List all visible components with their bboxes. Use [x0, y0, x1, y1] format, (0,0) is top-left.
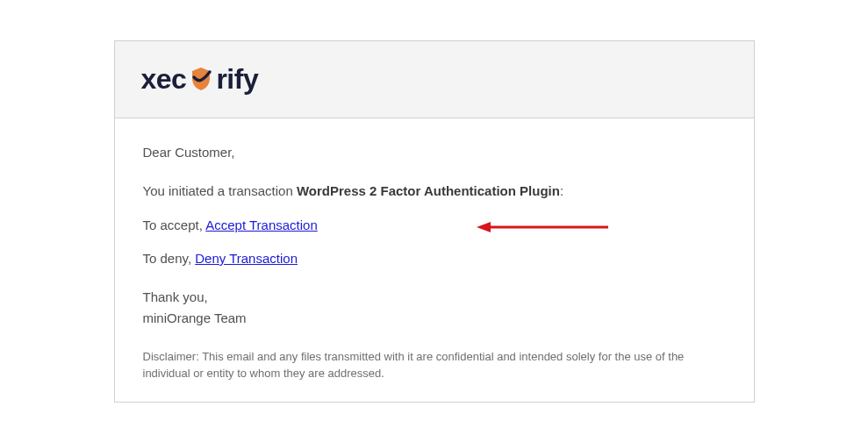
- deny-line: To deny, Deny Transaction: [143, 249, 726, 269]
- logo-text-part2: rify: [216, 63, 258, 96]
- transaction-line: You initiated a transaction WordPress 2 …: [143, 182, 726, 202]
- accept-transaction-link[interactable]: Accept Transaction: [205, 217, 318, 232]
- signoff: Thank you, miniOrange Team: [143, 287, 726, 329]
- deny-prefix: To deny,: [143, 251, 196, 266]
- annotation-arrow-icon: [477, 221, 608, 233]
- logo-text-part1: xec: [141, 63, 187, 96]
- team: miniOrange Team: [143, 308, 726, 329]
- svg-marker-1: [477, 222, 491, 232]
- shield-check-icon: [189, 66, 213, 92]
- email-body: Dear Customer, You initiated a transacti…: [115, 118, 754, 402]
- thanks: Thank you,: [143, 287, 726, 308]
- initiated-suffix: :: [560, 183, 563, 198]
- email-container: xec rify Dear Customer, You initiated a …: [114, 40, 755, 403]
- initiated-prefix: You initiated a transaction: [143, 183, 297, 198]
- accept-prefix: To accept,: [143, 217, 206, 232]
- greeting: Dear Customer,: [143, 143, 726, 163]
- transaction-name: WordPress 2 Factor Authentication Plugin: [297, 183, 560, 198]
- disclaimer: Disclaimer: This email and any files tra…: [143, 345, 726, 382]
- logo: xec rify: [141, 63, 728, 96]
- deny-transaction-link[interactable]: Deny Transaction: [195, 251, 298, 266]
- accept-line: To accept, Accept Transaction: [143, 216, 726, 236]
- email-header: xec rify: [115, 41, 754, 118]
